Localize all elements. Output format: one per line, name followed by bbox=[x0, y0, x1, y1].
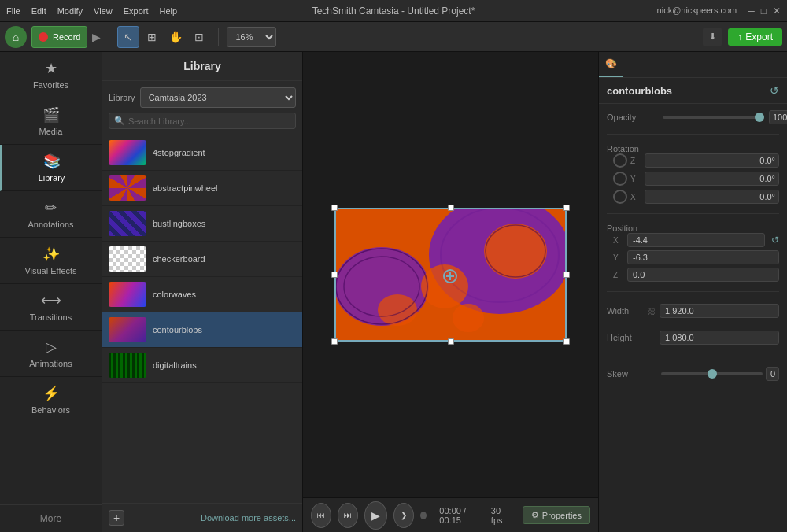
animations-label: Animations bbox=[29, 359, 72, 368]
transform-tool[interactable]: ⊞ bbox=[141, 26, 163, 48]
lib-item-abstractpinwheel[interactable]: abstractpinwheel bbox=[102, 171, 302, 206]
pos-y-axis-label: Y bbox=[613, 253, 624, 262]
position-group: Position X ↺ Y Z bbox=[607, 224, 779, 282]
skew-slider[interactable] bbox=[661, 372, 763, 375]
visual-effects-icon: ✨ bbox=[42, 246, 60, 263]
sidebar-item-visual-effects[interactable]: ✨ Visual Effects bbox=[0, 238, 102, 284]
height-lock-icon bbox=[646, 328, 656, 347]
visual-effects-label: Visual Effects bbox=[24, 266, 76, 275]
library-selector-dropdown[interactable]: Camtasia 2023 bbox=[140, 87, 296, 108]
width-row: Width ⛓ bbox=[607, 301, 779, 320]
export-button[interactable]: ↑ Export bbox=[728, 28, 782, 46]
tool-group-select: ↖ ⊞ ✋ ⊡ bbox=[117, 26, 210, 48]
rewind-btn[interactable]: ⏮ bbox=[311, 503, 331, 528]
rot-y-dial[interactable] bbox=[613, 172, 627, 186]
win-close-btn[interactable]: ✕ bbox=[773, 6, 781, 17]
opacity-slider[interactable] bbox=[663, 116, 764, 119]
sidebar-item-animations[interactable]: ▷ Animations bbox=[0, 331, 102, 377]
rotation-controls: Z Y X bbox=[607, 153, 779, 204]
lib-thumb-abstractpinwheel bbox=[109, 175, 146, 201]
height-row: Height bbox=[607, 328, 779, 347]
favorites-icon: ★ bbox=[45, 60, 57, 77]
pos-z-row: Z bbox=[613, 268, 779, 282]
win-minimize-btn[interactable]: ─ bbox=[748, 6, 755, 17]
download-icon[interactable]: ⬇ bbox=[703, 28, 722, 46]
prop-reset-btn[interactable]: ↺ bbox=[770, 84, 779, 97]
menu-view[interactable]: View bbox=[94, 6, 113, 16]
menu-edit[interactable]: Edit bbox=[31, 6, 46, 16]
prop-tab-visual[interactable]: 🎨 bbox=[599, 52, 623, 77]
lib-thumb-bustlingboxes bbox=[109, 211, 146, 236]
lib-item-4stopgradient[interactable]: 4stopgradient bbox=[102, 135, 302, 171]
width-input[interactable] bbox=[660, 304, 779, 318]
win-maximize-btn[interactable]: □ bbox=[761, 6, 767, 17]
properties-btn[interactable]: ⚙ Properties bbox=[523, 506, 590, 524]
menu-file[interactable]: File bbox=[6, 6, 20, 16]
skew-row: Skew 0 bbox=[607, 367, 779, 381]
download-assets-link[interactable]: Download more assets... bbox=[201, 513, 296, 523]
add-asset-btn[interactable]: + bbox=[109, 510, 124, 526]
library-panel-title: Library bbox=[102, 52, 302, 81]
lib-item-colorwaves[interactable]: colorwaves bbox=[102, 277, 302, 312]
lib-name-contourblobs: contourblobs bbox=[153, 325, 202, 334]
next-arrow[interactable]: ▶ bbox=[92, 31, 101, 43]
divider-4 bbox=[607, 357, 779, 357]
sidebar-item-transitions[interactable]: ⟷ Transitions bbox=[0, 284, 102, 331]
home-btn[interactable]: ⌂ bbox=[5, 26, 27, 48]
menu-export[interactable]: Export bbox=[124, 6, 149, 16]
pos-z-axis-label: Z bbox=[613, 271, 624, 279]
gear-icon: ⚙ bbox=[531, 510, 539, 520]
library-search-box: 🔍 bbox=[109, 113, 296, 129]
preview-container bbox=[334, 208, 567, 342]
menu-help[interactable]: Help bbox=[160, 6, 178, 16]
lib-item-digitaltrains[interactable]: digitaltrains bbox=[102, 348, 302, 383]
sidebar-more-btn[interactable]: More bbox=[0, 504, 102, 532]
divider-3 bbox=[607, 291, 779, 292]
prop-section-main: Opacity 100% Rotation Z bbox=[599, 104, 787, 387]
select-tool[interactable]: ↖ bbox=[117, 26, 139, 48]
zoom-dropdown[interactable]: 16% 25% 50% 100% bbox=[227, 27, 276, 47]
step-back-btn[interactable]: ⏭ bbox=[338, 503, 358, 528]
sidebar-item-annotations[interactable]: ✏ Annotations bbox=[0, 191, 102, 238]
skew-label: Skew bbox=[607, 369, 658, 379]
rot-z-row: Z bbox=[613, 153, 779, 168]
pos-x-input[interactable] bbox=[627, 233, 765, 247]
crop-tool[interactable]: ⊡ bbox=[188, 26, 210, 48]
position-label-row: Position bbox=[607, 224, 779, 233]
media-icon: 🎬 bbox=[42, 106, 60, 124]
pan-tool[interactable]: ✋ bbox=[164, 26, 187, 48]
pos-z-input[interactable] bbox=[627, 268, 779, 282]
rot-z-input[interactable] bbox=[645, 153, 779, 168]
height-input[interactable] bbox=[660, 331, 779, 345]
lib-item-contourblobs[interactable]: contourblobs bbox=[102, 312, 302, 348]
behaviors-icon: ⚡ bbox=[42, 385, 60, 402]
lib-name-digitaltrains: digitaltrains bbox=[153, 360, 197, 370]
record-button[interactable]: Record bbox=[31, 26, 87, 48]
play-btn[interactable]: ▶ bbox=[364, 501, 387, 530]
rot-z-dial[interactable] bbox=[613, 153, 627, 168]
time-display: 00:00 / 00:15 bbox=[439, 506, 479, 525]
sidebar-item-favorites[interactable]: ★ Favorites bbox=[0, 52, 102, 98]
step-fwd-btn[interactable]: ❯ bbox=[394, 503, 414, 528]
rot-x-input[interactable] bbox=[645, 190, 779, 204]
library-search-input[interactable] bbox=[128, 116, 290, 126]
menu-modify[interactable]: Modify bbox=[57, 6, 83, 16]
rot-y-row: Y bbox=[613, 172, 779, 186]
svg-point-3 bbox=[484, 224, 547, 279]
sidebar-item-media[interactable]: 🎬 Media bbox=[0, 98, 102, 145]
sidebar-item-behaviors[interactable]: ⚡ Behaviors bbox=[0, 377, 102, 423]
transitions-label: Transitions bbox=[30, 312, 72, 322]
preview-canvas bbox=[303, 52, 598, 497]
sidebar-item-library[interactable]: 📚 Library bbox=[0, 145, 102, 191]
rot-x-dial[interactable] bbox=[613, 190, 627, 204]
opacity-label: Opacity bbox=[607, 113, 658, 122]
pos-y-input[interactable] bbox=[627, 250, 779, 264]
svg-point-7 bbox=[378, 294, 417, 326]
toolbar-separator-2 bbox=[218, 28, 219, 46]
rot-y-input[interactable] bbox=[645, 172, 779, 186]
lib-item-bustlingboxes[interactable]: bustlingboxes bbox=[102, 206, 302, 242]
lib-item-checkerboard[interactable]: checkerboard bbox=[102, 242, 302, 277]
pos-x-reset[interactable]: ↺ bbox=[771, 235, 779, 246]
lib-thumb-colorwaves bbox=[109, 282, 146, 307]
progress-indicator[interactable] bbox=[420, 512, 427, 519]
